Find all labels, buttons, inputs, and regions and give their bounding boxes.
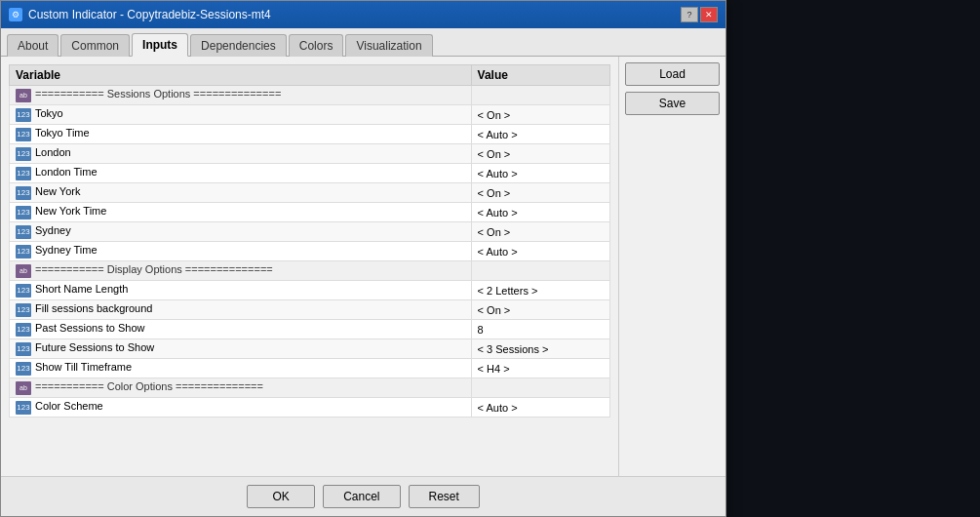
table-row[interactable]: 123Show Till Timeframe< H4 >	[10, 359, 610, 378]
table-cell-value[interactable]: < On >	[471, 105, 609, 125]
row-type-icon: 123	[16, 128, 31, 141]
row-type-icon: ab	[16, 264, 31, 278]
table-cell-value[interactable]: < On >	[471, 144, 609, 164]
row-type-icon: 123	[16, 206, 31, 219]
tab-common[interactable]: Common	[60, 34, 130, 57]
table-cell-value[interactable]: < Auto >	[471, 164, 609, 183]
chart-background	[707, 0, 980, 517]
table-row[interactable]: 123Color Scheme< Auto >	[10, 398, 610, 418]
tab-about[interactable]: About	[7, 34, 59, 57]
table-cell-variable: 123New York	[10, 183, 472, 203]
table-cell-variable: 123Tokyo Time	[10, 125, 472, 144]
table-row[interactable]: 123Sydney< On >	[10, 222, 610, 242]
table-cell-value[interactable]: < Auto >	[471, 203, 609, 222]
row-type-icon: 123	[16, 284, 31, 298]
variables-table: Variable Value ab=========== Sessions Op…	[9, 64, 610, 418]
table-cell-value[interactable]: < Auto >	[471, 398, 609, 418]
table-row[interactable]: 123London Time< Auto >	[10, 164, 610, 183]
table-row[interactable]: 123Past Sessions to Show8	[10, 320, 610, 339]
row-type-icon: 123	[16, 342, 31, 356]
row-type-icon: 123	[16, 167, 31, 180]
table-cell-variable: 123London	[10, 144, 472, 164]
content-area: Variable Value ab=========== Sessions Op…	[1, 57, 725, 476]
row-type-icon: 123	[16, 245, 31, 258]
table-row[interactable]: 123Future Sessions to Show< 3 Sessions >	[10, 339, 610, 359]
table-cell-variable: 123Short Name Length	[10, 281, 472, 300]
col-value: Value	[471, 65, 609, 86]
table-cell-variable: 123Color Scheme	[10, 398, 472, 418]
app-icon: ⚙	[9, 8, 22, 21]
table-row[interactable]: ab=========== Color Options ============…	[10, 378, 610, 398]
cancel-button[interactable]: Cancel	[323, 485, 400, 508]
table-row[interactable]: 123Tokyo Time< Auto >	[10, 125, 610, 144]
tab-dependencies[interactable]: Dependencies	[190, 34, 287, 57]
table-cell-value[interactable]: < Auto >	[471, 242, 609, 261]
table-cell-value[interactable]: < H4 >	[471, 359, 609, 378]
table-cell-value	[471, 86, 609, 105]
save-button[interactable]: Save	[625, 92, 720, 115]
table-cell-variable: 123New York Time	[10, 203, 472, 222]
row-type-icon: 123	[16, 362, 31, 376]
row-type-icon: ab	[16, 89, 31, 102]
close-button[interactable]: ✕	[700, 7, 718, 22]
table-row[interactable]: 123New York< On >	[10, 183, 610, 203]
row-type-icon: ab	[16, 381, 31, 395]
load-button[interactable]: Load	[625, 62, 720, 86]
help-button[interactable]: ?	[681, 7, 698, 22]
table-cell-value[interactable]: < On >	[471, 222, 609, 242]
table-row[interactable]: 123Short Name Length< 2 Letters >	[10, 281, 610, 300]
table-row[interactable]: 123New York Time< Auto >	[10, 203, 610, 222]
table-cell-variable: 123Future Sessions to Show	[10, 339, 472, 359]
table-row[interactable]: 123Fill sessions background< On >	[10, 300, 610, 320]
title-bar-controls: ? ✕	[681, 7, 718, 22]
table-cell-variable: 123London Time	[10, 164, 472, 183]
table-cell-variable: 123Fill sessions background	[10, 300, 472, 320]
tab-inputs[interactable]: Inputs	[132, 33, 188, 57]
row-type-icon: 123	[16, 323, 31, 337]
table-cell-variable: 123Sydney	[10, 222, 472, 242]
row-type-icon: 123	[16, 186, 31, 200]
table-cell-value[interactable]: 8	[471, 320, 609, 339]
row-type-icon: 123	[16, 303, 31, 317]
col-variable: Variable	[10, 65, 472, 86]
title-bar: ⚙ Custom Indicator - Copytradebiz-Sessio…	[1, 1, 725, 28]
row-type-icon: 123	[16, 108, 31, 122]
table-cell-value	[471, 378, 609, 398]
table-cell-value[interactable]: < 3 Sessions >	[471, 339, 609, 359]
table-cell-value[interactable]: < Auto >	[471, 125, 609, 144]
side-panel: Load Save	[618, 57, 725, 476]
dialog-wrapper: ⚙ Custom Indicator - Copytradebiz-Sessio…	[0, 0, 726, 517]
tab-colors[interactable]: Colors	[289, 34, 344, 57]
table-row[interactable]: ab=========== Sessions Options =========…	[10, 86, 610, 105]
table-cell-value[interactable]: < On >	[471, 183, 609, 203]
table-cell-variable: 123Past Sessions to Show	[10, 320, 472, 339]
table-cell-variable: 123Tokyo	[10, 105, 472, 125]
tab-bar: About Common Inputs Dependencies Colors …	[1, 28, 725, 57]
table-row[interactable]: 123Sydney Time< Auto >	[10, 242, 610, 261]
table-cell-variable: ab=========== Display Options ==========…	[10, 261, 472, 281]
table-cell-value[interactable]: < 2 Letters >	[471, 281, 609, 300]
table-row[interactable]: 123London< On >	[10, 144, 610, 164]
row-type-icon: 123	[16, 147, 31, 161]
button-bar: OK Cancel Reset	[1, 476, 725, 516]
table-row[interactable]: ab=========== Display Options ==========…	[10, 261, 610, 281]
table-cell-value	[471, 261, 609, 281]
table-area: Variable Value ab=========== Sessions Op…	[1, 57, 618, 476]
reset-button[interactable]: Reset	[409, 485, 480, 508]
ok-button[interactable]: OK	[247, 485, 315, 508]
tab-visualization[interactable]: Visualization	[345, 34, 432, 57]
dialog: ⚙ Custom Indicator - Copytradebiz-Sessio…	[0, 0, 726, 517]
table-cell-variable: ab=========== Color Options ============…	[10, 378, 472, 398]
table-cell-variable: ab=========== Sessions Options =========…	[10, 86, 472, 105]
table-cell-variable: 123Sydney Time	[10, 242, 472, 261]
dialog-title: Custom Indicator - Copytradebiz-Sessions…	[28, 8, 271, 21]
row-type-icon: 123	[16, 225, 31, 239]
table-cell-value[interactable]: < On >	[471, 300, 609, 320]
table-cell-variable: 123Show Till Timeframe	[10, 359, 472, 378]
title-bar-left: ⚙ Custom Indicator - Copytradebiz-Sessio…	[9, 8, 271, 21]
table-row[interactable]: 123Tokyo< On >	[10, 105, 610, 125]
row-type-icon: 123	[16, 401, 31, 415]
